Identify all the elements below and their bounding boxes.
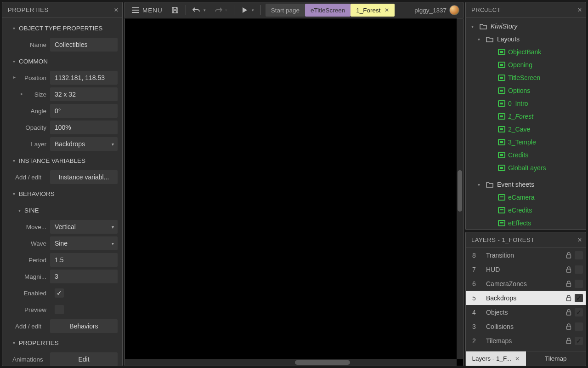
layout-canvas[interactable] [124,18,464,366]
vertical-scrollbar[interactable] [457,18,463,359]
tree-layout-ObjectBank[interactable]: ObjectBank [468,46,583,58]
properties-panel: PROPERTIES × ▾OBJECT TYPE PROPERTIES Nam… [2,2,123,366]
section-common[interactable]: ▾COMMON [4,53,119,69]
tab-1-forest[interactable]: 1_Forest✕ [351,4,394,17]
magnitude-field[interactable]: 3 [50,270,118,283]
instance-vars-button[interactable]: Instance variabl... [50,170,118,184]
wave-select[interactable]: Sine [50,236,118,250]
section-properties[interactable]: ▾PROPERTIES [4,334,119,351]
tree-layout-3_Temple[interactable]: 3_Temple [468,136,583,149]
layer-row-HUD[interactable]: 7HUD [466,262,586,276]
lock-icon[interactable] [565,266,575,273]
enabled-checkbox[interactable]: ✓ [55,288,64,298]
lock-icon[interactable] [565,252,575,259]
tree-layout-2_Cave[interactable]: 2_Cave [468,123,583,136]
tree-folder-event-sheets[interactable]: ▾Event sheets [468,178,583,191]
tree-layout-Opening[interactable]: Opening [468,58,583,71]
collapse-icon: ▾ [11,59,17,64]
preview-checkbox[interactable] [55,305,64,314]
name-field[interactable]: Collectibles [50,38,118,52]
close-icon[interactable]: ✕ [515,356,520,362]
visibility-checkbox[interactable] [575,337,583,345]
visibility-checkbox[interactable] [575,251,583,259]
horizontal-scrollbar[interactable] [125,359,457,366]
save-button[interactable] [167,4,183,17]
tree-layout-TitleScreen[interactable]: TitleScreen [468,71,583,84]
undo-button[interactable]: ▾ [189,4,209,17]
tree-layout-1_Forest[interactable]: 1_Forest [468,110,583,123]
tree-layout-Options[interactable]: Options [468,84,583,97]
redo-icon [214,6,222,14]
collapse-icon: ▾ [11,158,17,163]
layer-select[interactable]: Backdrops [50,137,118,151]
lock-icon[interactable] [565,323,575,330]
lock-icon[interactable] [565,309,575,316]
visibility-checkbox[interactable] [575,322,583,331]
layout-icon [498,165,505,171]
event-sheet-icon [498,220,505,226]
project-title-bar: PROJECT × [466,2,586,18]
section-sine[interactable]: ▾SINE [4,202,119,218]
layer-row-Collisions[interactable]: 3Collisions [466,319,586,334]
tab-etitlescreen[interactable]: eTitleScreen [305,4,351,17]
play-icon [241,6,249,14]
expand-icon[interactable]: ▸ [13,75,16,80]
project-panel: PROJECT × ▾KiwiStory▾LayoutsObjectBankOp… [465,2,586,230]
tree-sheet-eCamera[interactable]: eCamera [468,191,583,204]
visibility-checkbox[interactable] [575,294,583,302]
folder-icon [480,23,488,29]
tab-tilemap[interactable]: Tilemap [526,351,586,366]
tree-sheet-eEffects[interactable]: eEffects [468,217,583,230]
section-object-type[interactable]: ▾OBJECT TYPE PROPERTIES [4,20,119,36]
tree-sheet-eCredits[interactable]: eCredits [468,204,583,217]
svg-rect-1 [567,269,571,272]
period-field[interactable]: 1.5 [50,253,118,267]
section-instance-vars[interactable]: ▾INSTANCE VARIABLES [4,152,119,169]
behaviors-button[interactable]: Behaviors [50,319,118,333]
visibility-checkbox[interactable] [575,308,583,316]
layer-row-CameraZones[interactable]: 6CameraZones [466,276,586,291]
opacity-field[interactable]: 100% [50,121,118,134]
tab-start-page[interactable]: Start page [266,4,305,17]
layer-row-Tilemaps[interactable]: 2Tilemaps [466,334,586,348]
tab-layers[interactable]: Layers - 1_F...✕ [466,351,526,366]
layer-row-Transition[interactable]: 8Transition [466,248,586,262]
movement-select[interactable]: Vertical [50,220,118,234]
layer-row-Backdrops[interactable]: 5Backdrops [466,291,586,305]
angle-field[interactable]: 0° [50,104,118,118]
visibility-checkbox[interactable] [575,280,583,288]
layout-icon [498,113,505,120]
behaviors-add-edit-label: Add / edit [4,323,50,330]
position-field[interactable]: 1132.181, 118.53 [50,71,118,85]
period-label: Period [4,257,50,264]
layer-row-Objects[interactable]: 4Objects [466,305,586,319]
layer-row-BG_1[interactable]: 1BG_1 [466,348,586,351]
close-icon[interactable]: ✕ [384,7,389,13]
angle-label: Angle [4,108,50,115]
close-icon[interactable]: × [114,6,119,14]
visibility-checkbox[interactable] [575,351,583,351]
tree-layout-0_Intro[interactable]: 0_Intro [468,97,583,110]
size-field[interactable]: 32 x 32 [50,87,118,101]
section-behaviors[interactable]: ▾BEHAVIORS [4,185,119,202]
tree-root[interactable]: ▾KiwiStory [468,20,583,33]
close-icon[interactable]: × [577,236,582,244]
play-button[interactable]: ▾ [237,4,258,17]
tree-layout-Credits[interactable]: Credits [468,149,583,161]
lock-icon[interactable] [565,295,575,301]
lock-icon[interactable] [565,281,575,287]
instance-vars-add-edit-label: Add / edit [4,174,50,181]
menu-button[interactable]: MENU [128,4,166,17]
layout-icon [498,49,505,55]
movement-label: Move... [4,224,50,230]
user-menu[interactable]: piggy_1337 [414,5,460,15]
lock-icon[interactable] [565,338,575,344]
close-icon[interactable]: × [577,6,582,14]
tree-layout-GlobalLayers[interactable]: GlobalLayers [468,161,583,174]
visibility-checkbox[interactable] [575,265,583,274]
tree-folder-layouts[interactable]: ▾Layouts [468,33,583,46]
redo-button[interactable]: ▾ [210,4,231,17]
expand-icon[interactable]: ▸ [21,91,23,96]
svg-rect-0 [567,255,571,258]
animations-edit-button[interactable]: Edit [50,352,118,366]
